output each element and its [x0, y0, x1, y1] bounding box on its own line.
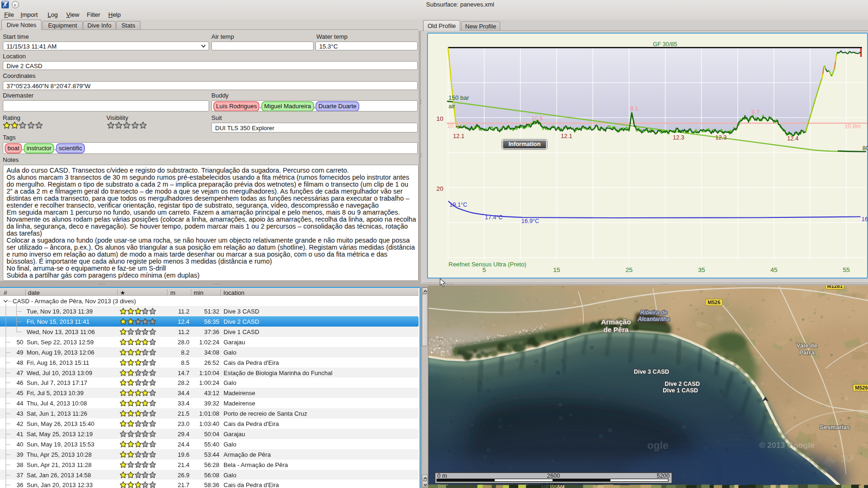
svg-text:25: 25: [625, 266, 632, 273]
svg-text:35: 35: [698, 266, 705, 273]
svg-text:19.1°C: 19.1°C: [449, 202, 467, 208]
svg-text:12.3: 12.3: [715, 134, 727, 141]
svg-text:45: 45: [770, 266, 777, 273]
svg-text:Alcantarilha: Alcantarilha: [637, 316, 670, 322]
svg-text:Vale de: Vale de: [797, 342, 818, 349]
svg-text:0 m: 0 m: [437, 473, 447, 479]
svg-text:Reefnet Sensus Ultra (Preto): Reefnet Sensus Ultra (Preto): [448, 261, 526, 268]
svg-text:M526: M526: [707, 300, 721, 305]
svg-text:Ribeira de: Ribeira de: [640, 309, 667, 316]
svg-text:de Pêra: de Pêra: [603, 326, 629, 334]
svg-text:9.7: 9.7: [751, 109, 759, 116]
svg-text:10.5: 10.5: [532, 115, 543, 122]
svg-text:12.4: 12.4: [787, 135, 798, 142]
svg-text:5200: 5200: [657, 473, 670, 479]
svg-text:12.1: 12.1: [453, 133, 464, 139]
svg-text:12.1: 12.1: [561, 133, 572, 139]
svg-text:12.3: 12.3: [673, 134, 684, 141]
svg-text:air: air: [448, 103, 455, 110]
svg-text:5: 5: [483, 266, 486, 273]
svg-text:M1281: M1281: [827, 286, 843, 289]
svg-text:Dive 2 CASD: Dive 2 CASD: [665, 381, 700, 387]
svg-text:150 bar: 150 bar: [448, 94, 469, 101]
svg-text:55: 55: [843, 266, 850, 273]
svg-text:17.4°C: 17.4°C: [485, 214, 503, 221]
svg-text:Sesmarias: Sesmarias: [819, 424, 850, 431]
svg-text:15: 15: [553, 266, 560, 273]
svg-text:80: 80: [862, 145, 868, 152]
svg-text:10.8m: 10.8m: [845, 123, 861, 130]
svg-text:M526: M526: [855, 385, 868, 390]
svg-text:9.1: 9.1: [630, 105, 638, 112]
svg-text:Armação: Armação: [601, 318, 631, 326]
svg-text:2600: 2600: [547, 473, 560, 479]
svg-text:20: 20: [436, 185, 443, 192]
svg-text:GF 30/85: GF 30/85: [653, 41, 677, 48]
svg-text:0 10500: 0 10500: [543, 482, 563, 488]
svg-text:16.9°C: 16.9°C: [521, 218, 539, 224]
svg-text:16: 16: [861, 216, 868, 223]
svg-text:Dive 3 CASD: Dive 3 CASD: [634, 369, 669, 375]
svg-text:10: 10: [436, 115, 443, 122]
svg-text:Parra: Parra: [799, 349, 815, 356]
svg-text:10.8: 10.8: [447, 123, 458, 129]
svg-text:ogle: ogle: [647, 439, 668, 451]
svg-text:© 2013 Google: © 2013 Google: [759, 441, 814, 450]
svg-text:Dive 1 CASD: Dive 1 CASD: [663, 387, 698, 394]
